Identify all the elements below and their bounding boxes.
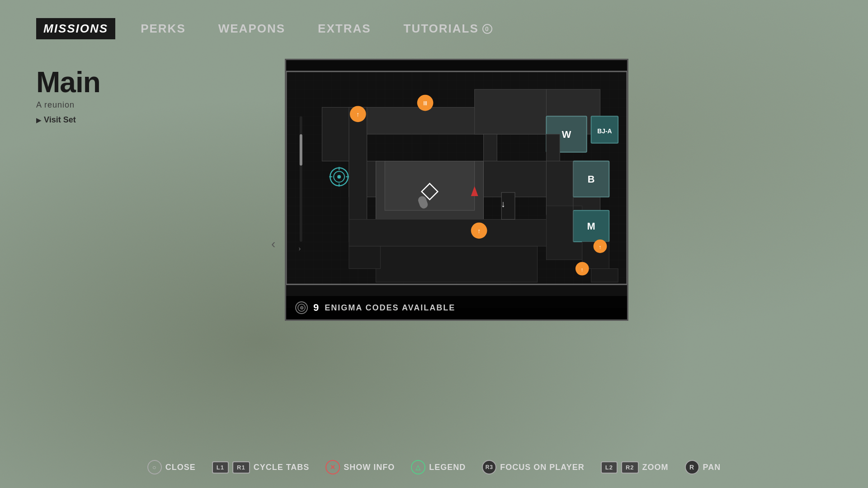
zoom-label: ZOOM [642,463,669,472]
close-button-icon[interactable]: ○ [147,460,162,474]
svg-text:B: B [588,174,595,185]
nav-perks[interactable]: PERKS [133,18,193,39]
top-navigation: MISSIONS PERKS WEAPONS EXTRAS TUTORIALS … [36,18,500,39]
r2-button[interactable]: R2 [621,461,639,474]
nav-missions[interactable]: MISSIONS [36,18,115,39]
nav-extras[interactable]: EXTRAS [311,18,378,39]
control-show-info: ✕ SHOW INFO [326,460,395,474]
enigma-icon: ⚙ [295,301,308,314]
mission-info-panel: Main A reunion Visit Set [36,68,100,125]
r-button[interactable]: R [685,460,699,474]
svg-rect-17 [376,246,537,282]
control-close: ○ CLOSE [147,460,196,474]
enigma-count: 9 [313,302,319,314]
control-legend: △ LEGEND [411,460,466,474]
svg-text:↑: ↑ [581,267,584,273]
map-container[interactable]: › ↑ ||| W BJ-A [285,59,628,321]
svg-rect-27 [300,134,302,165]
r3-button[interactable]: R3 [482,460,496,474]
svg-text:↑: ↑ [356,111,359,118]
svg-text:↑: ↑ [599,244,601,250]
control-cycle-tabs: L1 R1 CYCLE TABS [212,461,309,474]
mission-subtitle: A reunion [36,100,100,110]
svg-text:M: M [587,221,595,232]
bottom-controls-bar: ○ CLOSE L1 R1 CYCLE TABS ✕ SHOW INFO △ L… [0,460,868,474]
svg-text:|||: ||| [423,101,427,106]
triangle-button-icon[interactable]: △ [411,460,425,474]
show-info-label: SHOW INFO [344,463,395,472]
svg-text:BJ-A: BJ-A [597,127,612,135]
svg-text:⚙: ⚙ [300,305,304,310]
l1-button[interactable]: L1 [212,461,229,474]
cross-button-icon[interactable]: ✕ [326,460,340,474]
scroll-left-arrow[interactable]: ‹ [271,237,275,251]
close-label: CLOSE [165,463,196,472]
focus-label: FOCUS ON PLAYER [500,463,584,472]
map-inner: › ↑ ||| W BJ-A [286,60,627,319]
mission-title: Main [36,68,100,97]
r1-button[interactable]: R1 [232,461,250,474]
svg-text:↓: ↓ [501,199,505,209]
control-zoom: L2 R2 ZOOM [601,461,669,474]
map-svg: › ↑ ||| W BJ-A [286,60,627,319]
svg-rect-10 [385,161,474,211]
svg-rect-22 [546,134,560,161]
svg-rect-4 [475,89,547,134]
svg-text:W: W [562,129,571,140]
control-pan: R PAN [685,460,721,474]
cycle-tabs-label: CYCLE TABS [254,463,310,472]
l2-button[interactable]: L2 [601,461,618,474]
svg-rect-18 [349,246,380,269]
enigma-text: ENIGMA CODES AVAILABLE [325,303,455,313]
svg-rect-21 [484,134,497,161]
svg-rect-14 [349,219,547,246]
nav-weapons[interactable]: WEAPONS [211,18,292,39]
svg-text:↑: ↑ [477,227,481,235]
enigma-bar: ⚙ 9 ENIGMA CODES AVAILABLE [286,296,627,319]
pan-label: PAN [703,463,721,472]
legend-label: LEGEND [429,463,466,472]
svg-point-35 [337,175,341,178]
svg-text:›: › [298,245,301,252]
tutorials-badge: 0 [482,24,492,34]
nav-tutorials[interactable]: TUTORIALS 0 [396,18,500,39]
control-focus: R3 FOCUS ON PLAYER [482,460,584,474]
visit-set-link[interactable]: Visit Set [36,115,100,125]
svg-rect-20 [591,269,618,282]
